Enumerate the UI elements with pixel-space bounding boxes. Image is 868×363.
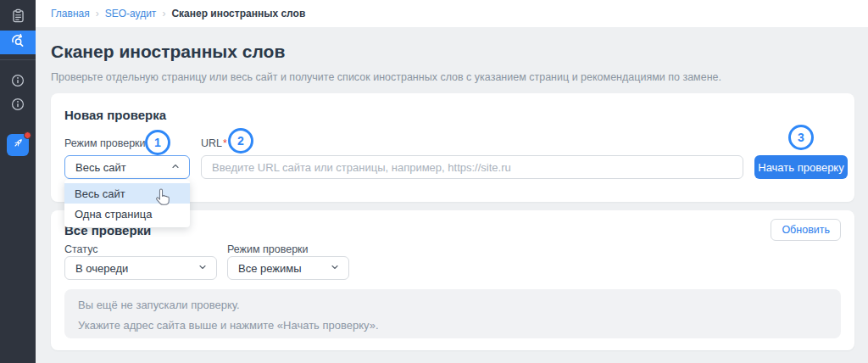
dropdown-option-whole-site[interactable]: Весь сайт	[64, 183, 190, 204]
url-input[interactable]	[201, 155, 743, 179]
step-badge-3: 3	[788, 125, 814, 150]
chevron-down-icon	[330, 262, 340, 275]
mode-select[interactable]: Весь сайт	[64, 155, 190, 179]
chevron-up-icon	[170, 161, 181, 174]
info-iccon info-icon	[11, 74, 25, 91]
mode-label-text: Режим проверки	[64, 137, 146, 149]
sidebar-item-help[interactable]	[0, 94, 36, 118]
sidebar-item-info[interactable]	[0, 70, 36, 94]
new-check-heading: Новая проверка	[64, 108, 166, 122]
empty-state-box: Вы ещё не запускали проверку. Укажите ад…	[64, 289, 841, 338]
breadcrumb: Главная › SEO-аудит › Сканер иностранных…	[51, 0, 305, 27]
chevron-down-icon	[198, 262, 208, 275]
all-checks-card: Все проверки Обновить Статус В очереди Р…	[51, 210, 854, 350]
breadcrumb-separator: ›	[162, 8, 165, 20]
rocket-icon	[11, 137, 25, 154]
sidebar-item-scanner[interactable]	[0, 31, 36, 54]
status-filter-label: Статус	[64, 243, 98, 255]
url-label: URL*	[201, 137, 227, 149]
help-icon	[11, 98, 25, 114]
status-filter-select[interactable]: В очереди	[64, 256, 217, 280]
app-window: Главная › SEO-аудит › Сканер иностранных…	[0, 0, 868, 363]
sidebar-divider	[0, 59, 36, 60]
dropdown-option-single-page[interactable]: Одна страница	[64, 204, 190, 224]
breadcrumb-separator: ›	[96, 8, 99, 20]
status-filter-value: В очереди	[75, 262, 198, 275]
topbar: Главная › SEO-аудит › Сканер иностранных…	[36, 0, 868, 27]
breadcrumb-current: Сканер иностранных слов	[171, 8, 305, 20]
page-description: Проверьте отдельную страницу или весь са…	[51, 71, 721, 83]
mode-label: Режим проверки*	[64, 137, 150, 149]
tasks-icon	[11, 8, 25, 26]
sidebar	[0, 0, 36, 363]
mode-filter-label: Режим проверки	[227, 243, 309, 255]
mode-filter-select[interactable]: Все режимы	[227, 256, 349, 280]
page-title: Сканер иностранных слов	[51, 42, 285, 62]
refresh-button[interactable]: Обновить	[771, 219, 841, 241]
empty-state-line2: Укажите адрес сайта выше и нажмите «Нача…	[78, 317, 827, 334]
required-marker: *	[223, 137, 227, 149]
start-check-button[interactable]: Начать проверку	[754, 155, 848, 179]
empty-state-line1: Вы ещё не запускали проверку.	[78, 297, 827, 314]
sidebar-item-tasks[interactable]	[0, 5, 36, 29]
mode-filter-value: Все режимы	[238, 262, 330, 275]
mode-select-value: Весь сайт	[75, 161, 170, 174]
upgrade-button[interactable]	[7, 134, 29, 156]
breadcrumb-home-link[interactable]: Главная	[51, 8, 90, 20]
mode-dropdown-menu: Весь сайт Одна страница	[64, 180, 190, 227]
url-label-text: URL	[201, 137, 222, 149]
step-badge-1: 1	[145, 130, 170, 155]
step-badge-2: 2	[228, 128, 253, 154]
notification-dot	[24, 131, 31, 139]
breadcrumb-seo-audit-link[interactable]: SEO-аудит	[105, 8, 157, 20]
scanner-icon	[10, 33, 25, 52]
